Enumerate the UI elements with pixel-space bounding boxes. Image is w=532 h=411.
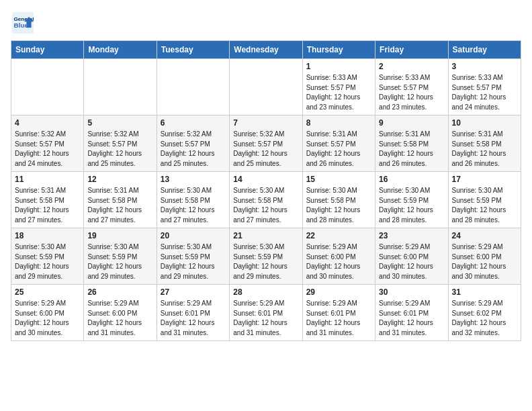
calendar-week-row: 25Sunrise: 5:29 AM Sunset: 6:00 PM Dayli… bbox=[11, 285, 521, 341]
calendar-cell: 1Sunrise: 5:33 AM Sunset: 5:57 PM Daylig… bbox=[302, 59, 375, 116]
day-number: 11 bbox=[15, 175, 80, 184]
day-info: Sunrise: 5:30 AM Sunset: 5:59 PM Dayligh… bbox=[379, 186, 444, 225]
day-number: 10 bbox=[452, 118, 517, 128]
calendar-cell: 3Sunrise: 5:33 AM Sunset: 5:57 PM Daylig… bbox=[448, 59, 521, 116]
day-info: Sunrise: 5:33 AM Sunset: 5:57 PM Dayligh… bbox=[452, 73, 517, 112]
calendar-header-row: SundayMondayTuesdayWednesdayThursdayFrid… bbox=[11, 41, 521, 59]
calendar-week-row: 11Sunrise: 5:31 AM Sunset: 5:58 PM Dayli… bbox=[11, 172, 521, 228]
calendar-cell: 12Sunrise: 5:31 AM Sunset: 5:58 PM Dayli… bbox=[84, 172, 157, 228]
calendar-cell: 27Sunrise: 5:29 AM Sunset: 6:01 PM Dayli… bbox=[157, 285, 229, 341]
day-info: Sunrise: 5:31 AM Sunset: 5:58 PM Dayligh… bbox=[452, 130, 517, 169]
day-number: 3 bbox=[452, 62, 517, 71]
day-info: Sunrise: 5:32 AM Sunset: 5:57 PM Dayligh… bbox=[233, 130, 298, 169]
day-info: Sunrise: 5:29 AM Sunset: 6:01 PM Dayligh… bbox=[306, 299, 371, 338]
day-info: Sunrise: 5:29 AM Sunset: 6:01 PM Dayligh… bbox=[379, 299, 444, 338]
calendar-cell: 11Sunrise: 5:31 AM Sunset: 5:58 PM Dayli… bbox=[11, 172, 84, 228]
day-info: Sunrise: 5:31 AM Sunset: 5:58 PM Dayligh… bbox=[379, 130, 444, 169]
calendar-cell: 21Sunrise: 5:30 AM Sunset: 5:59 PM Dayli… bbox=[230, 228, 302, 285]
calendar-week-row: 4Sunrise: 5:32 AM Sunset: 5:57 PM Daylig… bbox=[11, 116, 521, 172]
calendar-cell: 17Sunrise: 5:30 AM Sunset: 5:59 PM Dayli… bbox=[448, 172, 521, 228]
day-info: Sunrise: 5:31 AM Sunset: 5:58 PM Dayligh… bbox=[15, 186, 80, 225]
day-info: Sunrise: 5:30 AM Sunset: 5:58 PM Dayligh… bbox=[306, 186, 371, 225]
day-number: 30 bbox=[379, 287, 444, 297]
calendar-cell: 10Sunrise: 5:31 AM Sunset: 5:58 PM Dayli… bbox=[448, 116, 521, 172]
day-number: 9 bbox=[379, 118, 444, 128]
calendar-cell: 18Sunrise: 5:30 AM Sunset: 5:59 PM Dayli… bbox=[11, 228, 84, 285]
day-info: Sunrise: 5:30 AM Sunset: 5:59 PM Dayligh… bbox=[233, 242, 298, 281]
calendar-cell: 19Sunrise: 5:30 AM Sunset: 5:59 PM Dayli… bbox=[84, 228, 157, 285]
weekday-header-saturday: Saturday bbox=[448, 41, 521, 59]
day-number: 5 bbox=[87, 118, 152, 128]
day-number: 29 bbox=[306, 287, 371, 297]
day-number: 15 bbox=[306, 175, 371, 184]
day-number: 2 bbox=[379, 62, 444, 71]
calendar-cell: 24Sunrise: 5:29 AM Sunset: 6:00 PM Dayli… bbox=[448, 228, 521, 285]
day-info: Sunrise: 5:30 AM Sunset: 5:59 PM Dayligh… bbox=[15, 242, 80, 281]
logo-icon: General Blue bbox=[11, 11, 35, 35]
day-number: 20 bbox=[161, 231, 226, 240]
day-info: Sunrise: 5:31 AM Sunset: 5:57 PM Dayligh… bbox=[306, 130, 371, 169]
day-number: 24 bbox=[452, 231, 517, 240]
day-info: Sunrise: 5:29 AM Sunset: 6:00 PM Dayligh… bbox=[379, 242, 444, 281]
calendar-cell: 2Sunrise: 5:33 AM Sunset: 5:57 PM Daylig… bbox=[375, 59, 448, 116]
logo: General Blue bbox=[11, 11, 35, 35]
day-info: Sunrise: 5:32 AM Sunset: 5:57 PM Dayligh… bbox=[87, 130, 152, 169]
weekday-header-sunday: Sunday bbox=[11, 41, 84, 59]
day-info: Sunrise: 5:29 AM Sunset: 6:02 PM Dayligh… bbox=[452, 299, 517, 338]
calendar-cell: 30Sunrise: 5:29 AM Sunset: 6:01 PM Dayli… bbox=[375, 285, 448, 341]
weekday-header-friday: Friday bbox=[375, 41, 448, 59]
day-number: 12 bbox=[87, 175, 152, 184]
day-info: Sunrise: 5:30 AM Sunset: 5:58 PM Dayligh… bbox=[233, 186, 298, 225]
weekday-header-tuesday: Tuesday bbox=[157, 41, 229, 59]
calendar-cell: 6Sunrise: 5:32 AM Sunset: 5:57 PM Daylig… bbox=[157, 116, 229, 172]
day-number: 7 bbox=[233, 118, 298, 128]
day-number: 14 bbox=[233, 175, 298, 184]
calendar-cell: 4Sunrise: 5:32 AM Sunset: 5:57 PM Daylig… bbox=[11, 116, 84, 172]
calendar-cell: 25Sunrise: 5:29 AM Sunset: 6:00 PM Dayli… bbox=[11, 285, 84, 341]
calendar-cell: 15Sunrise: 5:30 AM Sunset: 5:58 PM Dayli… bbox=[302, 172, 375, 228]
day-number: 23 bbox=[379, 231, 444, 240]
day-info: Sunrise: 5:29 AM Sunset: 6:00 PM Dayligh… bbox=[452, 242, 517, 281]
day-info: Sunrise: 5:30 AM Sunset: 5:59 PM Dayligh… bbox=[452, 186, 517, 225]
day-number: 28 bbox=[233, 287, 298, 297]
day-number: 18 bbox=[15, 231, 80, 240]
calendar-cell: 31Sunrise: 5:29 AM Sunset: 6:02 PM Dayli… bbox=[448, 285, 521, 341]
day-info: Sunrise: 5:30 AM Sunset: 5:58 PM Dayligh… bbox=[161, 186, 226, 225]
day-number: 8 bbox=[306, 118, 371, 128]
day-info: Sunrise: 5:29 AM Sunset: 6:01 PM Dayligh… bbox=[233, 299, 298, 338]
day-info: Sunrise: 5:29 AM Sunset: 6:00 PM Dayligh… bbox=[306, 242, 371, 281]
day-info: Sunrise: 5:30 AM Sunset: 5:59 PM Dayligh… bbox=[87, 242, 152, 281]
day-info: Sunrise: 5:32 AM Sunset: 5:57 PM Dayligh… bbox=[161, 130, 226, 169]
calendar-cell: 29Sunrise: 5:29 AM Sunset: 6:01 PM Dayli… bbox=[302, 285, 375, 341]
calendar-cell bbox=[11, 59, 84, 116]
svg-text:Blue: Blue bbox=[14, 21, 29, 29]
calendar-cell: 22Sunrise: 5:29 AM Sunset: 6:00 PM Dayli… bbox=[302, 228, 375, 285]
day-number: 1 bbox=[306, 62, 371, 71]
calendar-cell: 8Sunrise: 5:31 AM Sunset: 5:57 PM Daylig… bbox=[302, 116, 375, 172]
page-header: General Blue bbox=[11, 11, 521, 35]
calendar-table: SundayMondayTuesdayWednesdayThursdayFrid… bbox=[11, 40, 521, 341]
calendar-cell: 9Sunrise: 5:31 AM Sunset: 5:58 PM Daylig… bbox=[375, 116, 448, 172]
calendar-cell: 7Sunrise: 5:32 AM Sunset: 5:57 PM Daylig… bbox=[230, 116, 302, 172]
day-info: Sunrise: 5:33 AM Sunset: 5:57 PM Dayligh… bbox=[306, 73, 371, 112]
day-info: Sunrise: 5:30 AM Sunset: 5:59 PM Dayligh… bbox=[161, 242, 226, 281]
calendar-week-row: 1Sunrise: 5:33 AM Sunset: 5:57 PM Daylig… bbox=[11, 59, 521, 116]
day-number: 19 bbox=[87, 231, 152, 240]
weekday-header-thursday: Thursday bbox=[302, 41, 375, 59]
calendar-cell bbox=[157, 59, 229, 116]
day-info: Sunrise: 5:29 AM Sunset: 6:01 PM Dayligh… bbox=[161, 299, 226, 338]
day-number: 25 bbox=[15, 287, 80, 297]
day-number: 21 bbox=[233, 231, 298, 240]
calendar-cell: 23Sunrise: 5:29 AM Sunset: 6:00 PM Dayli… bbox=[375, 228, 448, 285]
weekday-header-wednesday: Wednesday bbox=[230, 41, 302, 59]
day-number: 4 bbox=[15, 118, 80, 128]
day-info: Sunrise: 5:32 AM Sunset: 5:57 PM Dayligh… bbox=[15, 130, 80, 169]
calendar-cell bbox=[84, 59, 157, 116]
day-number: 17 bbox=[452, 175, 517, 184]
calendar-cell: 14Sunrise: 5:30 AM Sunset: 5:58 PM Dayli… bbox=[230, 172, 302, 228]
calendar-week-row: 18Sunrise: 5:30 AM Sunset: 5:59 PM Dayli… bbox=[11, 228, 521, 285]
weekday-header-monday: Monday bbox=[84, 41, 157, 59]
day-number: 27 bbox=[161, 287, 226, 297]
day-number: 16 bbox=[379, 175, 444, 184]
day-number: 31 bbox=[452, 287, 517, 297]
